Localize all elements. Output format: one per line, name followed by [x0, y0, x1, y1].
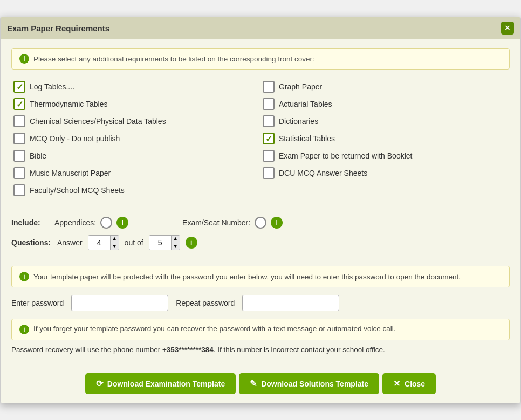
checkbox-row-chemical: Chemical Sciences/Physical Data Tables [11, 113, 260, 130]
label-thermodynamic-tables: Thermodynamic Tables [30, 100, 107, 108]
questions-section: Questions: Answer ▲ ▼ out of ▲ ▼ i [11, 235, 510, 250]
total-questions-input[interactable] [149, 235, 171, 250]
exam-seat-group: Exam/Seat Number: i [182, 217, 283, 229]
download-solutions-label: Download Solutions Template [261, 380, 368, 388]
exam-seat-label: Exam/Seat Number: [182, 218, 250, 227]
appendices-info-button[interactable]: i [116, 217, 128, 229]
recovery-info-icon: i [19, 325, 29, 334]
checkbox-row-dictionaries: Dictionaries [260, 113, 510, 130]
checkbox-mcq-only[interactable] [13, 133, 25, 144]
exam-seat-checkbox[interactable] [255, 217, 266, 229]
label-statistical-tables: Statistical Tables [279, 134, 335, 143]
requirements-banner-text: Please select any additional requirement… [33, 55, 314, 63]
label-chemical-sciences: Chemical Sciences/Physical Data Tables [30, 117, 166, 126]
questions-label: Questions: [11, 238, 52, 247]
label-actuarial-tables: Actuarial Tables [279, 100, 332, 108]
download-solutions-icon: ✎ [250, 378, 257, 389]
password-banner: i Your template paper will be protected … [11, 266, 510, 287]
checkboxes-grid: Log Tables.... Thermodynamic Tables Chem… [11, 78, 510, 199]
answer-label: Answer [57, 238, 83, 247]
checkbox-log-tables[interactable] [13, 81, 25, 93]
checkbox-row-exam-returned: Exam Paper to be returned with Booklet [260, 147, 510, 164]
download-examination-button[interactable]: ⟳ Download Examination Template [85, 373, 236, 394]
include-label: Include: [11, 218, 44, 227]
header-close-button[interactable]: × [501, 22, 514, 35]
label-dcu-mcq: DCU MCQ Answer Sheets [279, 169, 367, 177]
label-exam-paper-returned: Exam Paper to be returned with Booklet [279, 152, 412, 160]
appendices-label: Appendices: [54, 218, 96, 227]
total-questions-spinner: ▲ ▼ [171, 235, 180, 250]
label-bible: Bible [30, 152, 46, 160]
requirements-banner: i Please select any additional requireme… [11, 48, 510, 70]
checkbox-row-thermodynamic: Thermodynamic Tables [11, 95, 260, 113]
enter-password-label: Enter password [11, 299, 64, 307]
divider-1 [11, 208, 510, 208]
out-of-label: out of [125, 238, 143, 247]
checkbox-music-manuscript[interactable] [13, 167, 25, 179]
phone-text-pre: Password recovery will use the phone num… [11, 346, 162, 354]
close-button[interactable]: ✕ Close [382, 373, 436, 394]
checkbox-dcu-mcq[interactable] [263, 167, 275, 179]
checkbox-row-bible: Bible [11, 147, 260, 164]
label-dictionaries: Dictionaries [279, 117, 318, 126]
password-info-icon: i [19, 272, 29, 281]
info-icon: i [19, 54, 29, 64]
checkbox-graph-paper[interactable] [263, 81, 275, 93]
divider-2 [11, 257, 510, 257]
exam-paper-requirements-dialog: Exam Paper Requirements × i Please selec… [0, 17, 521, 403]
recovery-banner-text: If you forget your template password you… [33, 325, 396, 333]
password-row: Enter password Repeat password [11, 295, 510, 311]
checkbox-actuarial-tables[interactable] [263, 98, 275, 110]
phone-text-post: . If this number is incorrect contact yo… [214, 346, 385, 354]
answer-count-spinner: ▲ ▼ [110, 235, 119, 250]
recovery-banner: i If you forget your template password y… [11, 319, 510, 340]
phone-info: Password recovery will use the phone num… [11, 346, 510, 358]
questions-info-button[interactable]: i [186, 237, 197, 249]
total-questions-input-wrap: ▲ ▼ [149, 235, 180, 250]
appendices-item: Appendices: i [54, 217, 128, 229]
label-music-manuscript: Music Manuscript Paper [30, 169, 111, 177]
dialog-title: Exam Paper Requirements [7, 24, 109, 33]
repeat-password-label: Repeat password [176, 299, 235, 307]
checkbox-faculty-mcq[interactable] [13, 184, 25, 196]
answer-count-input[interactable] [88, 235, 110, 250]
phone-number: +353********384 [162, 346, 214, 354]
checkbox-exam-paper-returned[interactable] [263, 150, 275, 162]
answer-count-down-button[interactable]: ▼ [110, 243, 119, 251]
checkbox-thermodynamic-tables[interactable] [13, 98, 25, 110]
appendices-checkbox[interactable] [100, 217, 112, 229]
right-column: Graph Paper Actuarial Tables Dictionarie… [260, 78, 510, 199]
close-icon: ✕ [393, 378, 400, 389]
total-questions-up-button[interactable]: ▲ [171, 235, 180, 243]
checkbox-row-log-tables: Log Tables.... [11, 78, 260, 95]
label-graph-paper: Graph Paper [279, 82, 322, 91]
checkbox-row-statistical: Statistical Tables [260, 130, 510, 147]
download-solutions-button[interactable]: ✎ Download Solutions Template [239, 373, 379, 394]
exam-seat-info-button[interactable]: i [271, 217, 283, 229]
checkbox-bible[interactable] [13, 150, 25, 162]
password-banner-text: Your template paper will be protected wi… [33, 273, 461, 281]
dialog-header: Exam Paper Requirements × [1, 17, 520, 39]
checkbox-chemical-sciences[interactable] [13, 115, 25, 127]
label-mcq-only: MCQ Only - Do not publish [30, 134, 120, 143]
download-exam-icon: ⟳ [96, 378, 103, 389]
total-questions-down-button[interactable]: ▼ [171, 243, 180, 251]
checkbox-row-music: Music Manuscript Paper [11, 164, 260, 182]
dialog-body: i Please select any additional requireme… [1, 39, 520, 367]
label-faculty-mcq: Faculty/School MCQ Sheets [30, 186, 125, 195]
checkbox-row-graph: Graph Paper [260, 78, 510, 95]
footer-buttons: ⟳ Download Examination Template ✎ Downlo… [1, 367, 520, 403]
answer-count-up-button[interactable]: ▲ [110, 235, 119, 243]
close-label: Close [405, 380, 425, 388]
checkbox-row-dcu-mcq: DCU MCQ Answer Sheets [260, 164, 510, 182]
repeat-password-input[interactable] [242, 295, 339, 311]
checkbox-dictionaries[interactable] [263, 115, 275, 127]
checkbox-statistical-tables[interactable] [263, 133, 275, 144]
label-log-tables: Log Tables.... [30, 82, 74, 91]
checkbox-row-mcq-only: MCQ Only - Do not publish [11, 130, 260, 147]
download-examination-label: Download Examination Template [107, 380, 225, 388]
enter-password-input[interactable] [71, 295, 168, 311]
answer-count-input-wrap: ▲ ▼ [88, 235, 119, 250]
checkbox-row-faculty: Faculty/School MCQ Sheets [11, 182, 260, 199]
include-section: Include: Appendices: i Exam/Seat Number:… [11, 217, 510, 229]
